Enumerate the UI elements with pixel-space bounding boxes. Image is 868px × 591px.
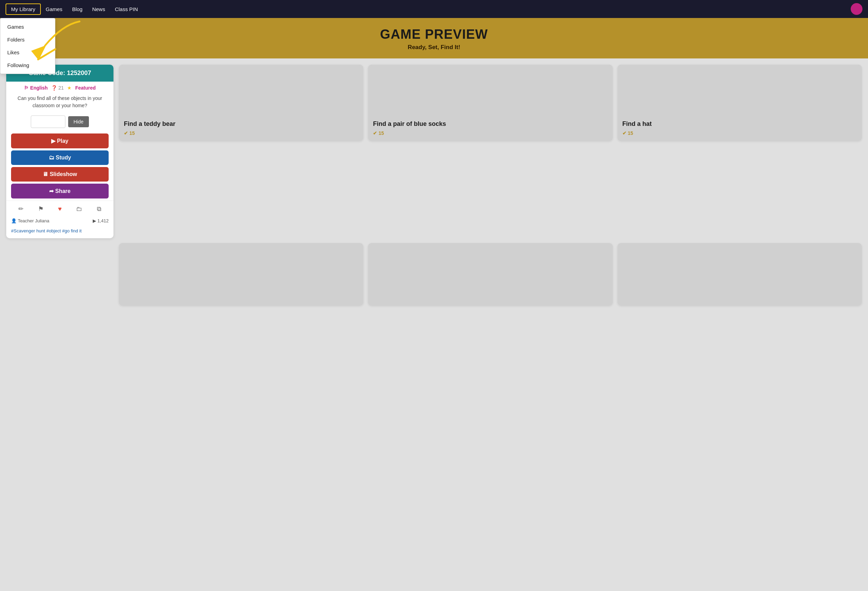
game-card-6[interactable] [617, 243, 862, 305]
card-1-title: Find a teddy bear [124, 120, 359, 128]
card-2-count: ✔ 15 [373, 130, 608, 136]
cards-grid: Find a teddy bear ✔ 15 Find a pair of bl… [114, 65, 862, 141]
game-card-4[interactable] [119, 243, 363, 305]
card-icons-row: ✏ ⚑ ♥ 🗀 ⧉ [6, 200, 114, 215]
card-description: Can you find all of these objects in you… [6, 92, 114, 112]
main-layout: Game Code: 1252007 🏳 English ❓ 21 ★ Feat… [0, 59, 868, 238]
card-2-title: Find a pair of blue socks [373, 120, 608, 128]
game-card-5[interactable] [368, 243, 612, 305]
banner: Game Preview Ready, Set, Find It! [0, 18, 868, 59]
my-library-dropdown: Games Folders Likes Following [0, 18, 55, 74]
banner-subtitle: Ready, Set, Find It! [7, 44, 861, 51]
questions-count: ❓ 21 [51, 85, 63, 91]
nav-item-class-pin[interactable]: Class PIN [110, 4, 143, 14]
dropdown-item-folders[interactable]: Folders [0, 33, 55, 46]
featured-badge: Featured [75, 85, 96, 91]
nav-item-news[interactable]: News [87, 4, 110, 14]
flag-icon[interactable]: ⚑ [38, 205, 44, 213]
share-button[interactable]: ➦ Share [11, 184, 109, 199]
second-row [0, 238, 868, 312]
dropdown-item-following[interactable]: Following [0, 59, 55, 72]
card-1-count: ✔ 15 [124, 130, 359, 136]
star-icon: ★ [67, 85, 72, 91]
language-badge: 🏳 English [24, 85, 47, 91]
code-input[interactable] [31, 115, 65, 128]
code-input-row: Hide [6, 112, 114, 131]
card-footer: 👤 Teacher Juliana ▶ 1,412 [6, 215, 114, 228]
slideshow-button[interactable]: 🖥 Slideshow [11, 167, 109, 181]
game-card-3[interactable]: Find a hat ✔ 15 [617, 65, 862, 141]
card-tags: #Scavenger hunt #object #go find it [6, 228, 114, 238]
study-button[interactable]: 🗂 Study [11, 150, 109, 165]
game-card-1[interactable]: Find a teddy bear ✔ 15 [119, 65, 363, 141]
card-3-title: Find a hat [622, 120, 857, 128]
plays-count: ▶ 1,412 [93, 218, 109, 223]
user-avatar[interactable] [851, 3, 862, 15]
banner-title: Game Preview [7, 27, 861, 42]
hide-button[interactable]: Hide [68, 116, 89, 127]
author-label: 👤 Teacher Juliana [11, 218, 49, 223]
card-3-count: ✔ 15 [622, 130, 857, 136]
nav-item-games[interactable]: Games [41, 4, 67, 14]
card-meta: 🏳 English ❓ 21 ★ Featured [6, 82, 114, 92]
game-card-2[interactable]: Find a pair of blue socks ✔ 15 [368, 65, 612, 141]
dropdown-item-likes[interactable]: Likes [0, 46, 55, 59]
nav-item-my-library[interactable]: My Library [6, 3, 41, 15]
edit-icon[interactable]: ✏ [18, 205, 24, 213]
sidebar-card: Game Code: 1252007 🏳 English ❓ 21 ★ Feat… [6, 65, 114, 238]
nav-item-blog[interactable]: Blog [67, 4, 87, 14]
folder-icon[interactable]: 🗀 [76, 205, 82, 213]
copy-icon[interactable]: ⧉ [97, 205, 101, 213]
play-button[interactable]: ▶ Play [11, 134, 109, 148]
heart-icon[interactable]: ♥ [58, 205, 62, 213]
navbar: My Library Games Blog News Class PIN [0, 0, 868, 18]
dropdown-item-games[interactable]: Games [0, 21, 55, 33]
